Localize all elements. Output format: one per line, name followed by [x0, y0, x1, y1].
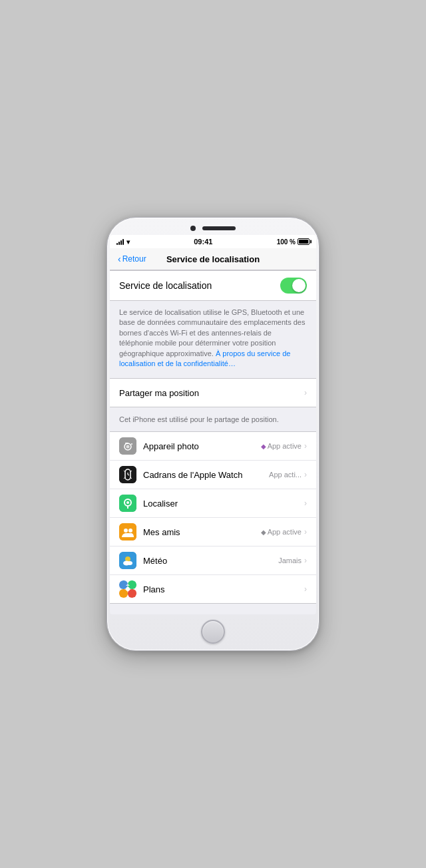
applewatch-chevron: › — [304, 470, 307, 479]
battery-icon — [298, 238, 310, 245]
svg-rect-3 — [125, 443, 128, 444]
app-icon-friends — [119, 523, 136, 541]
app-item-plans[interactable]: Plans › — [110, 575, 316, 603]
scroll-content[interactable]: Service de localisation Le service de lo… — [110, 270, 316, 614]
location-toggle-section: Service de localisation — [110, 270, 316, 301]
app-item-camera[interactable]: Appareil photo ◆ App active › — [110, 432, 316, 461]
svg-point-15 — [126, 501, 129, 504]
speaker-grille — [202, 226, 236, 230]
phone-top-hardware — [107, 218, 319, 235]
location-toggle-label: Service de localisation — [119, 280, 212, 291]
share-position-subtext: Cet iPhone est utilisé pour le partage d… — [119, 415, 279, 423]
app-name-plans: Plans — [143, 584, 302, 594]
app-name-friends: Mes amis — [143, 527, 261, 537]
share-position-subtext-section: Cet iPhone est utilisé pour le partage d… — [110, 409, 316, 430]
meteo-chevron: › — [304, 556, 307, 565]
app-item-meteo[interactable]: Météo Jamais › — [110, 546, 316, 575]
app-item-applewatch[interactable]: Cadrans de l'Apple Watch App acti... › — [110, 461, 316, 489]
share-position-chevron: › — [304, 388, 307, 397]
bar2 — [118, 242, 120, 245]
svg-point-19 — [128, 529, 132, 533]
volume-up-button — [106, 343, 107, 372]
app-icon-plans — [119, 580, 136, 598]
silent-switch — [106, 318, 107, 336]
app-item-friends[interactable]: Mes amis ◆ App active › — [110, 518, 316, 546]
description-section: Le service de localisation utilise le GP… — [110, 302, 316, 377]
app-icon-meteo — [119, 552, 136, 569]
plans-chevron: › — [304, 584, 307, 594]
app-status-applewatch: App acti... — [269, 471, 302, 479]
svg-point-4 — [131, 443, 132, 445]
home-button[interactable] — [201, 620, 225, 644]
applewatch-svg — [119, 466, 136, 483]
app-name-camera: Appareil photo — [143, 441, 261, 451]
plans-svg — [119, 580, 136, 598]
find-chevron: › — [304, 499, 307, 508]
battery-fill — [299, 240, 308, 244]
app-name-meteo: Météo — [143, 556, 278, 566]
apps-list-section: Appareil photo ◆ App active › — [110, 431, 316, 604]
app-name-applewatch: Cadrans de l'Apple Watch — [143, 470, 269, 480]
signal-bars — [116, 238, 124, 245]
wifi-icon: ▾ — [126, 238, 130, 246]
power-button — [319, 348, 320, 388]
battery-box — [298, 238, 310, 245]
phone-shell: ▾ 09:41 100 % ‹ Retour Service de locali… — [106, 217, 320, 651]
friends-svg — [119, 523, 136, 541]
screen: ▾ 09:41 100 % ‹ Retour Service de locali… — [110, 235, 316, 614]
app-icon-camera — [119, 437, 136, 455]
app-status-meteo: Jamais — [278, 556, 302, 564]
app-status-friends: ◆ App active — [261, 528, 302, 536]
location-toggle-switch[interactable] — [280, 278, 307, 294]
home-area — [107, 614, 319, 650]
location-arrow-camera: ◆ — [261, 443, 266, 450]
bar3 — [120, 240, 122, 245]
clock: 09:41 — [194, 238, 212, 246]
find-svg — [119, 495, 136, 512]
page-title: Service de localisation — [118, 254, 308, 264]
svg-point-23 — [127, 561, 132, 565]
app-icon-applewatch — [119, 466, 136, 483]
volume-down-button — [106, 379, 107, 408]
app-status-camera: ◆ App active — [261, 442, 302, 450]
location-toggle-row: Service de localisation — [110, 271, 316, 300]
camera-svg — [119, 437, 136, 455]
description-text: Le service de localisation utilise le GP… — [119, 308, 307, 369]
front-camera — [190, 226, 196, 231]
status-right: 100 % — [277, 238, 310, 246]
status-left: ▾ — [116, 238, 130, 246]
bar1 — [116, 243, 118, 245]
friends-chevron: › — [304, 527, 307, 537]
share-position-label: Partager ma position — [119, 388, 302, 398]
svg-point-18 — [124, 529, 128, 533]
svg-rect-17 — [119, 523, 136, 541]
status-bar: ▾ 09:41 100 % — [110, 235, 316, 248]
nav-bar: ‹ Retour Service de localisation — [110, 248, 316, 270]
meteo-svg — [119, 552, 136, 569]
share-position-section: Partager ma position › — [110, 378, 316, 407]
svg-point-29 — [126, 587, 130, 591]
camera-chevron: › — [304, 441, 307, 451]
svg-point-2 — [126, 445, 130, 449]
app-item-find[interactable]: Localiser › — [110, 489, 316, 518]
toggle-thumb — [292, 279, 306, 292]
share-position-item[interactable]: Partager ma position › — [110, 379, 316, 407]
location-arrow-friends: ◆ — [261, 529, 266, 536]
app-name-find: Localiser — [143, 499, 302, 509]
battery-percent: 100 % — [277, 238, 296, 246]
app-icon-find — [119, 495, 136, 512]
bar4 — [122, 239, 124, 245]
